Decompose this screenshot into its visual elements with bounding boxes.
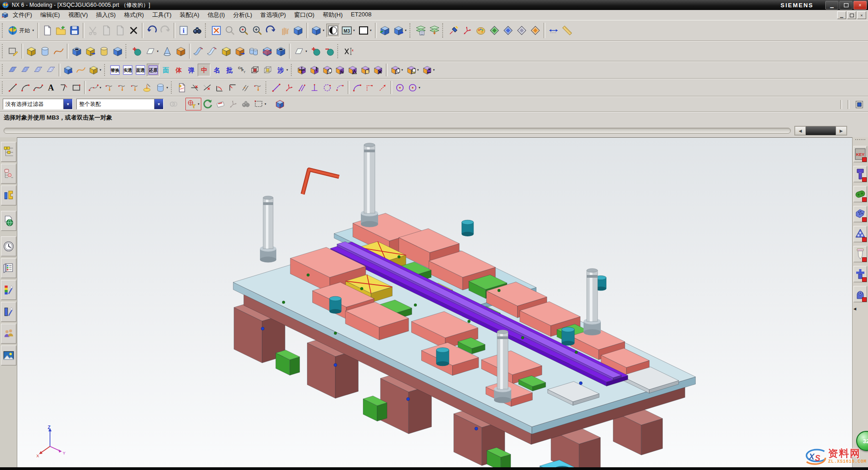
trim-body-icon[interactable]: [260, 45, 274, 58]
wcs-dynamics-icon[interactable]: [460, 24, 474, 37]
sketch-fillet-icon[interactable]: [351, 81, 364, 94]
toolbar-grip[interactable]: [442, 23, 445, 38]
point-icon[interactable]: [130, 45, 144, 58]
roles-tab[interactable]: [1, 324, 16, 344]
offset-region-icon[interactable]: [321, 64, 334, 76]
dashed-corner-icon[interactable]: [364, 81, 376, 94]
spline-icon[interactable]: [32, 81, 45, 94]
delete-icon[interactable]: [127, 24, 140, 37]
edge-blend-icon[interactable]: [192, 45, 206, 58]
extract-curve-icon[interactable]: ▼: [154, 81, 170, 94]
minimize-button[interactable]: ▁: [825, 1, 838, 10]
zoom-icon[interactable]: [237, 24, 250, 37]
dropdown-arrow-icon[interactable]: ▼: [418, 86, 421, 89]
menu-item-4[interactable]: 格式(R): [120, 10, 148, 20]
datum-axis-icon[interactable]: [160, 45, 174, 58]
curve-mesh-icon[interactable]: [32, 64, 45, 76]
boolean-subtract-icon[interactable]: [323, 45, 336, 58]
pocket-icon[interactable]: [97, 45, 111, 58]
ref-circle-icon[interactable]: [321, 81, 334, 94]
menu-item-11[interactable]: 帮助(H): [319, 10, 347, 20]
show-icon[interactable]: [529, 24, 542, 37]
trim-curve-icon[interactable]: [188, 81, 201, 94]
dropdown-arrow-icon[interactable]: ▼: [305, 50, 308, 53]
pan-icon[interactable]: [278, 24, 291, 37]
boss-icon[interactable]: [84, 45, 97, 58]
zoom-in-out-icon[interactable]: [250, 24, 264, 37]
new-file-icon[interactable]: [40, 24, 54, 37]
rectangle-select-icon[interactable]: ▼: [252, 98, 268, 110]
palette-item-mount[interactable]: [853, 286, 867, 302]
solid-transparent-button[interactable]: 实透: [121, 64, 134, 76]
extend-icon[interactable]: [376, 81, 389, 94]
menu-item-0[interactable]: 文件(F): [9, 10, 36, 20]
swept-icon[interactable]: [62, 64, 75, 76]
restore-button[interactable]: 还原: [147, 64, 160, 76]
menu-item-6[interactable]: 装配(A): [175, 10, 203, 20]
menu-item-7[interactable]: 信息(I): [204, 10, 229, 20]
layer-settings-icon[interactable]: [414, 24, 428, 37]
maximize-button[interactable]: [839, 1, 853, 10]
dropdown-arrow-icon[interactable]: ▼: [286, 69, 289, 71]
eraser-icon[interactable]: [214, 98, 227, 110]
project-curve-icon[interactable]: [141, 81, 154, 94]
sheet-bend-icon[interactable]: [75, 64, 87, 76]
part-navigator-tab[interactable]: [1, 185, 16, 205]
visualization-tab[interactable]: [1, 280, 16, 300]
sketch-icon[interactable]: [6, 45, 20, 58]
fullscreen-icon[interactable]: [853, 99, 865, 110]
move-face-icon[interactable]: [295, 64, 308, 76]
pi-button[interactable]: 批: [223, 64, 236, 76]
toolbar-grip[interactable]: [291, 64, 294, 76]
find-component-icon[interactable]: [190, 24, 204, 37]
ruled-surface-icon[interactable]: [6, 64, 19, 76]
chevron-down-icon[interactable]: ▼: [154, 99, 163, 109]
parallel-line-icon[interactable]: [295, 81, 308, 94]
menu-item-9[interactable]: 首选项(P): [256, 10, 290, 20]
rectangle-icon[interactable]: [70, 81, 83, 94]
arc-icon[interactable]: [19, 81, 32, 94]
flashlight-icon[interactable]: [447, 24, 460, 37]
dropdown-arrow-icon[interactable]: ▼: [369, 29, 372, 32]
undo-icon[interactable]: [145, 24, 159, 37]
menu-item-2[interactable]: 视图(V): [64, 10, 92, 20]
palette-item-key[interactable]: KEY: [853, 146, 867, 162]
perpendicular-icon[interactable]: [308, 81, 321, 94]
pull-face-icon[interactable]: [308, 64, 321, 76]
dropdown-arrow-icon[interactable]: ▼: [401, 69, 404, 71]
offset-curve-icon[interactable]: [103, 81, 116, 94]
palette-item-die-insert[interactable]: [853, 186, 867, 202]
constraint-navigator-tab[interactable]: [1, 164, 16, 184]
menu-item-5[interactable]: 工具(T): [148, 10, 176, 20]
child-restore-button[interactable]: [847, 11, 856, 19]
graphics-viewport[interactable]: Z X Y: [17, 137, 852, 467]
cylinder-face-icon[interactable]: [359, 64, 372, 76]
immediate-hide-icon[interactable]: [501, 24, 515, 37]
web-browser-tab[interactable]: [1, 211, 16, 231]
menu-item-12[interactable]: ET2008: [347, 10, 376, 20]
face-blend-icon[interactable]: [206, 45, 219, 58]
snap-point-icon[interactable]: ▼: [185, 98, 201, 110]
offset-in-face-icon[interactable]: [239, 81, 252, 94]
tan-button[interactable]: 弹: [185, 64, 198, 76]
dropdown-arrow-icon[interactable]: ▼: [197, 103, 200, 105]
copy-paste-face-icon[interactable]: ▼: [389, 64, 405, 76]
dropdown-arrow-icon[interactable]: ▼: [322, 29, 325, 32]
selection-filter-combo[interactable]: 没有选择过滤器 ▼: [3, 99, 73, 110]
save-icon[interactable]: [68, 24, 81, 37]
copy-face-button[interactable]: CoPY: [236, 64, 249, 76]
ming-button[interactable]: 名: [210, 64, 223, 76]
unite-bodies-icon[interactable]: [247, 45, 260, 58]
horizontal-scrollbar[interactable]: ◀ ▶: [794, 126, 847, 135]
history-tab[interactable]: [1, 236, 16, 256]
dropdown-arrow-icon[interactable]: ▼: [99, 86, 102, 89]
zhong-button[interactable]: 中: [198, 64, 210, 76]
edit-work-section-icon[interactable]: ▼: [392, 24, 409, 37]
palette-grip[interactable]: [855, 139, 865, 142]
toolbar-grip[interactable]: [2, 64, 5, 76]
measure-angle-icon[interactable]: [560, 24, 574, 37]
rotate-view-icon[interactable]: [264, 24, 278, 37]
resize-face-icon[interactable]: ▼: [421, 64, 437, 76]
replace-button[interactable]: 替换: [109, 64, 121, 76]
divide-curve-icon[interactable]: [201, 81, 214, 94]
